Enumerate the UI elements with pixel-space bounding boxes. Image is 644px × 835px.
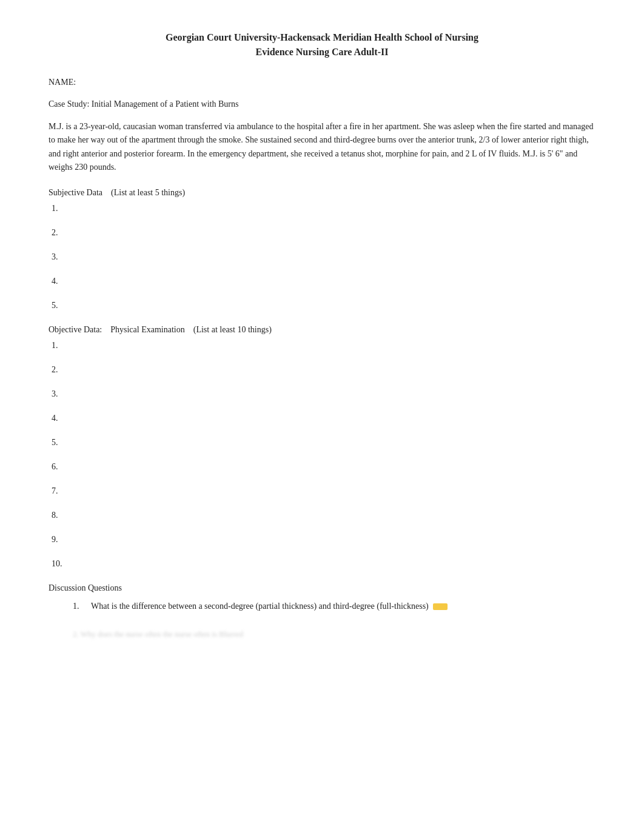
list-item: 4. (49, 277, 595, 286)
subjective-section-title: Subjective Data (List at least 5 things) (49, 188, 595, 198)
list-item: 7. (49, 486, 595, 496)
list-item: 1. (49, 341, 595, 350)
objective-list: 1. 2. 3. 4. 5. 6. 7. 8. 9. 10. (49, 341, 595, 569)
list-item: 2. (49, 228, 595, 238)
name-label: NAME: (49, 78, 76, 87)
page-header: Georgian Court University-Hackensack Mer… (49, 30, 595, 59)
header-title: Georgian Court University-Hackensack Mer… (49, 30, 595, 59)
list-item: 1. (49, 204, 595, 213)
patient-info: M.J. is a 23-year-old, caucasian woman t… (49, 120, 595, 175)
objective-section-title: Objective Data: Physical Examination (Li… (49, 325, 595, 335)
list-item: 6. (49, 462, 595, 472)
list-item: 8. (49, 511, 595, 520)
list-item: 3. (49, 389, 595, 399)
discussion-section: Discussion Questions 1. What is the diff… (49, 583, 595, 611)
discussion-item-text: What is the difference between a second-… (91, 602, 448, 611)
highlight-mark (433, 603, 448, 610)
list-item: 3. (49, 252, 595, 262)
discussion-title: Discussion Questions (49, 583, 595, 593)
blurred-question: 2. Why does the nurse often the nurse of… (49, 629, 595, 639)
name-line: NAME: (49, 78, 595, 87)
list-item: 2. (49, 365, 595, 375)
list-item: 5. (49, 301, 595, 310)
case-study-title: Case Study: Initial Management of a Pati… (49, 99, 595, 109)
discussion-list: 1. What is the difference between a seco… (49, 602, 595, 611)
subjective-list: 1. 2. 3. 4. 5. (49, 204, 595, 310)
list-item: 9. (49, 535, 595, 545)
list-item: 4. (49, 414, 595, 423)
discussion-list-item: 1. What is the difference between a seco… (73, 602, 595, 611)
list-item: 10. (49, 559, 595, 569)
list-item: 5. (49, 438, 595, 448)
